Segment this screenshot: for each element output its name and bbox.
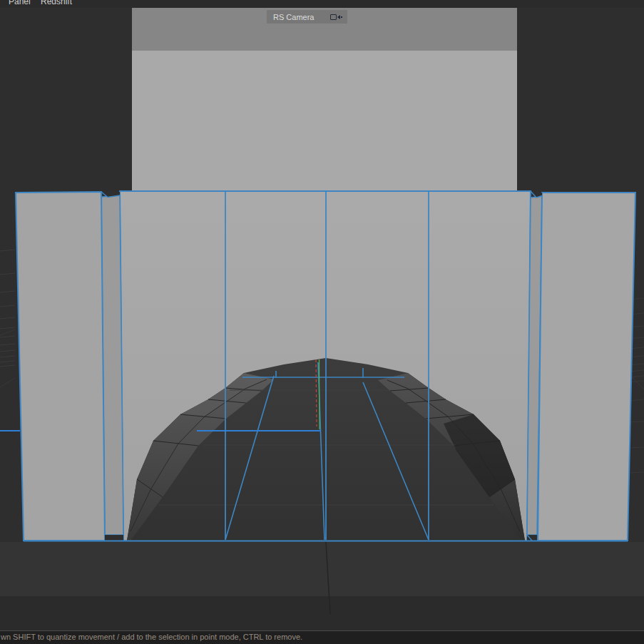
status-bar: wn SHIFT to quantize movement / add to t… [0,630,644,644]
status-text: wn SHIFT to quantize movement / add to t… [0,631,644,643]
application-window: Panel Redshift RS Camera wn SHIFT to qua… [0,0,644,644]
menu-bar: Panel Redshift [0,0,644,8]
camera-label-text: RS Camera [267,13,330,21]
menu-item-panel[interactable]: Panel [9,0,31,6]
axis-y-green [320,359,320,429]
menu-item-redshift[interactable]: Redshift [41,0,72,6]
left-panel[interactable] [16,192,105,541]
viewport-3d-canvas[interactable] [0,0,644,630]
right-panel[interactable] [538,193,635,541]
arch-structure[interactable] [16,191,635,541]
camera-icon [330,14,342,20]
backdrop-plane[interactable] [132,8,517,191]
camera-label[interactable]: RS Camera [267,10,347,24]
